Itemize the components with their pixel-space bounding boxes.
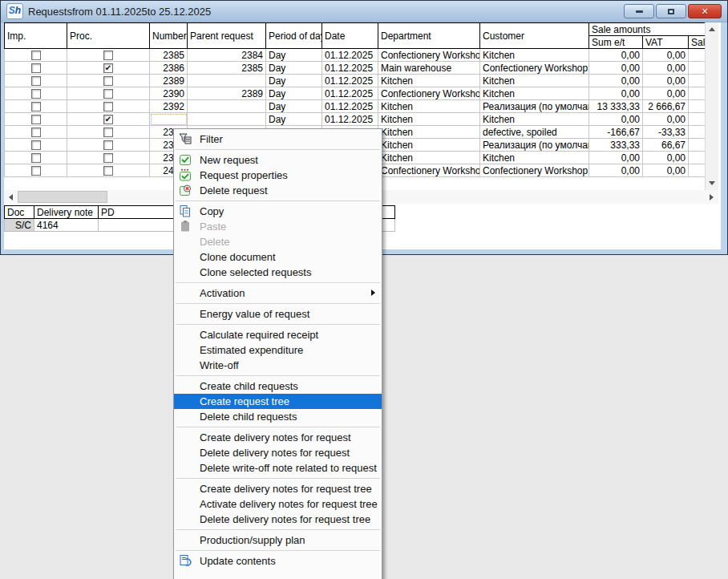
close-button[interactable]: ✕: [688, 4, 722, 18]
cell-sum[interactable]: 0,00: [589, 113, 643, 126]
cell-vat[interactable]: 0,00: [643, 49, 689, 62]
cell-sum[interactable]: 0,00: [589, 164, 643, 177]
proc-checkbox[interactable]: ✔: [103, 63, 113, 73]
cell-vat[interactable]: -33,33: [643, 126, 689, 139]
cell-period-of-day[interactable]: Day: [266, 113, 322, 126]
column-header-department[interactable]: Department: [378, 23, 480, 49]
menu-item-create-child-requests[interactable]: Create child requests: [174, 379, 382, 394]
menu-item-create-delivery-notes-for-request-tree[interactable]: Create delivery notes for request tree: [174, 481, 382, 496]
menu-item-delete-delivery-notes-for-request-tree[interactable]: Delete delivery notes for request tree: [174, 512, 382, 527]
cell-proc[interactable]: [67, 164, 150, 177]
column-header-doc[interactable]: Doc: [5, 206, 34, 219]
cell-proc[interactable]: ✔: [67, 113, 150, 126]
cell-sum[interactable]: 0,00: [589, 152, 643, 164]
cell-parent-request[interactable]: 2385: [188, 62, 266, 75]
cell-proc[interactable]: [67, 126, 150, 139]
cell-number[interactable]: 2390: [150, 87, 188, 100]
cell-department[interactable]: Confectionery Workshop: [378, 164, 480, 177]
menu-item-energy-value-of-request[interactable]: Energy value of request: [174, 306, 382, 322]
cell-sales[interactable]: [689, 62, 706, 75]
cell-period-of-day[interactable]: Day: [266, 75, 322, 87]
cell-delivery-note[interactable]: 4164: [34, 219, 99, 232]
menu-item-clone-document[interactable]: Clone document: [174, 249, 382, 265]
menu-item-estimated-expenditure[interactable]: Estimated expenditure: [174, 342, 382, 358]
cell-number[interactable]: 2385: [150, 49, 188, 62]
proc-checkbox[interactable]: [103, 166, 113, 176]
cell-date[interactable]: 01.12.2025: [322, 113, 378, 126]
cell-imp[interactable]: [5, 62, 67, 75]
cell-date[interactable]: 01.12.2025: [322, 62, 378, 75]
scroll-up-button[interactable]: [706, 22, 718, 36]
imp-checkbox[interactable]: [31, 102, 41, 111]
cell-imp[interactable]: [5, 152, 67, 164]
menu-item-production-supply-plan[interactable]: Production/supply plan: [174, 532, 382, 548]
scroll-left-button[interactable]: [4, 190, 18, 204]
proc-checkbox[interactable]: [103, 51, 113, 60]
proc-checkbox[interactable]: [103, 128, 113, 137]
menu-item-request-properties[interactable]: Request properties: [174, 168, 382, 183]
column-header-sales[interactable]: Sales: [689, 36, 706, 49]
cell-customer[interactable]: Kitchen: [480, 113, 589, 126]
cell-sum[interactable]: 0,00: [589, 49, 643, 62]
cell-vat[interactable]: 2 666,67: [643, 100, 689, 113]
cell-parent-request[interactable]: 2384: [188, 49, 266, 62]
cell-sum[interactable]: -166,67: [589, 126, 643, 139]
menu-item-filter[interactable]: Filter: [174, 132, 382, 147]
cell-sales[interactable]: [689, 113, 706, 126]
cell-customer[interactable]: defective, spoiled: [480, 126, 589, 139]
imp-checkbox[interactable]: [31, 153, 41, 163]
column-header-period-of-day[interactable]: Period of day: [266, 23, 322, 49]
cell-period-of-day[interactable]: Day: [266, 62, 322, 75]
cell-sales[interactable]: [689, 152, 706, 164]
minimize-button[interactable]: [624, 4, 654, 18]
menu-item-copy[interactable]: Copy: [174, 204, 382, 219]
menu-item-new-request[interactable]: New request: [174, 152, 382, 168]
cell-parent-request[interactable]: [188, 113, 266, 126]
cell-vat[interactable]: 0,00: [643, 113, 689, 126]
cell-customer[interactable]: Kitchen: [480, 75, 589, 87]
menu-item-update-contents[interactable]: Update contents: [174, 553, 382, 569]
cell-department[interactable]: Kitchen: [378, 152, 480, 164]
cell-vat[interactable]: 0,00: [643, 164, 689, 177]
menu-item-create-delivery-notes-for-request[interactable]: Create delivery notes for request: [174, 430, 382, 445]
cell-doc[interactable]: S/C: [5, 219, 34, 232]
cell-period-of-day[interactable]: Day: [266, 100, 322, 113]
cell-date[interactable]: 01.12.2025: [322, 75, 378, 87]
cell-imp[interactable]: [5, 75, 67, 87]
cell-vat[interactable]: 0,00: [643, 75, 689, 87]
cell-imp[interactable]: [5, 113, 67, 126]
cell-proc[interactable]: [67, 75, 150, 87]
cell-vat[interactable]: 0,00: [643, 87, 689, 100]
cell-proc[interactable]: ✔: [67, 62, 150, 75]
column-header-sum[interactable]: Sum e/t: [589, 36, 643, 49]
cell-imp[interactable]: [5, 139, 67, 152]
column-header-delivery-note[interactable]: Delivery note: [34, 206, 99, 219]
imp-checkbox[interactable]: [31, 115, 41, 124]
cell-parent-request[interactable]: [188, 75, 266, 87]
imp-checkbox[interactable]: [31, 89, 41, 99]
column-header-vat[interactable]: VAT: [643, 36, 689, 49]
menu-item-activate-delivery-notes-for-request-tree[interactable]: Activate delivery notes for request tree: [174, 496, 382, 512]
cell-department[interactable]: Main warehouse: [378, 62, 480, 75]
vertical-scrollbar[interactable]: [705, 22, 718, 190]
menu-item-clone-selected-requests[interactable]: Clone selected requests: [174, 265, 382, 280]
cell-sales[interactable]: [689, 75, 706, 87]
proc-checkbox[interactable]: [103, 102, 113, 111]
cell-sales[interactable]: [689, 49, 706, 62]
column-header-number[interactable]: Number: [150, 23, 188, 49]
cell-vat[interactable]: 0,00: [643, 62, 689, 75]
imp-checkbox[interactable]: [31, 51, 41, 60]
cell-sales[interactable]: [689, 126, 706, 139]
menu-item-delete-request[interactable]: Delete request: [174, 183, 382, 198]
cell-vat[interactable]: 0,00: [643, 152, 689, 164]
menu-item-write-off[interactable]: Write-off: [174, 358, 382, 373]
cell-customer[interactable]: Реализация (по умолчани: [480, 100, 589, 113]
cell-imp[interactable]: [5, 100, 67, 113]
column-header-date[interactable]: Date: [322, 23, 378, 49]
cell-sum[interactable]: 13 333,33: [589, 100, 643, 113]
cell-date[interactable]: 01.12.2025: [322, 49, 378, 62]
cell-date[interactable]: 01.12.2025: [322, 100, 378, 113]
cell-number[interactable]: 2394: [150, 113, 188, 126]
cell-parent-request[interactable]: [188, 100, 266, 113]
cell-imp[interactable]: [5, 126, 67, 139]
